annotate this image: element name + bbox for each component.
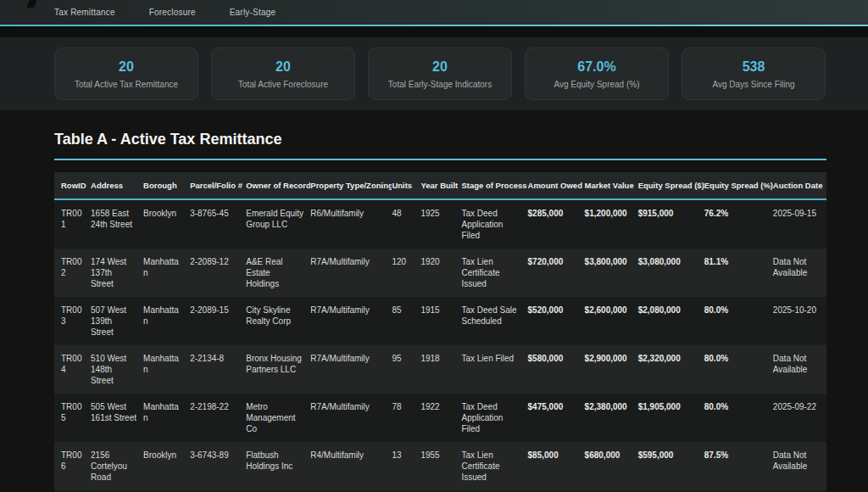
cell-market-value: $680,000 xyxy=(585,442,638,490)
cell-property-type-zoning: R4/Multifamily xyxy=(310,442,392,490)
tab-foreclosure[interactable]: Foreclosure xyxy=(149,8,196,17)
cell-equity-spread: $2,320,000 xyxy=(638,345,704,394)
cell-parcel-folio: 2-2134-8 xyxy=(190,345,246,394)
cell-address: 505 West 161st Street xyxy=(91,394,143,442)
cell-owner-of-record: Bronx Housing Partners LLC xyxy=(246,345,310,394)
cell-borough: Manhattan xyxy=(143,249,190,297)
cell-stage-of-process: Tax Deed Application Filed xyxy=(461,199,527,249)
column-header-parcel-folio: Parcel/Folio # xyxy=(190,172,246,199)
cell-address: 1658 East 24th Street xyxy=(91,199,143,249)
cell-equity-spread: 80.0% xyxy=(704,394,773,442)
cell-amount-owed: $720,000 xyxy=(528,249,585,297)
stat-card-avg-equity-spread: 67.0%Avg Equity Spread (%) xyxy=(525,48,669,100)
cell-borough: Manhattan xyxy=(143,394,190,442)
cell-market-value: $2,600,000 xyxy=(585,297,638,345)
cell-year-built: 1915 xyxy=(420,297,461,345)
cell-units: 78 xyxy=(392,394,420,442)
cell-units: 95 xyxy=(392,345,420,394)
column-header-amount-owed: Amount Owed xyxy=(528,172,585,199)
cell-year-built: 1918 xyxy=(420,345,461,394)
stats-band: 20Total Active Tax Remittance20Total Act… xyxy=(0,37,868,110)
cell-owner-of-record: City Skyline Realty Corp xyxy=(246,297,310,345)
tab-tax-remittance[interactable]: Tax Remittance xyxy=(54,8,115,17)
cell-market-value: $2,900,000 xyxy=(585,345,638,394)
cell-amount-owed: $580,000 xyxy=(528,345,585,394)
cell-rowid: TR001 xyxy=(54,199,91,249)
cell-property-type-zoning: R7A/Multifamily xyxy=(310,394,392,442)
cell-equity-spread: 81.1% xyxy=(704,249,773,297)
cell-year-built: 1955 xyxy=(420,442,461,490)
cell-address: 507 West 139th Street xyxy=(91,297,143,345)
cell-rowid: TR005 xyxy=(54,394,91,442)
cell-parcel-folio: 3-8765-45 xyxy=(190,199,246,249)
cell-equity-spread: 87.5% xyxy=(704,442,773,490)
cell-auction-date: Data Not Available xyxy=(773,249,826,297)
cell-property-type-zoning: R7A/Multifamily xyxy=(310,249,392,297)
cell-stage-of-process: Tax Deed Sale Scheduled xyxy=(461,297,527,345)
cell-owner-of-record: Flatbush Holdings Inc xyxy=(246,442,310,490)
table-section: Table A - Active Tax Remittance RowIDAdd… xyxy=(0,110,868,492)
table-title-underline xyxy=(54,159,826,160)
top-navbar: Tax RemittanceForeclosureEarly-Stage xyxy=(0,0,868,25)
table-row: TR0062156 Cortelyou RoadBrooklyn3-6743-8… xyxy=(54,442,826,490)
cell-equity-spread: $595,000 xyxy=(638,442,704,490)
cell-parcel-folio: 2-2089-15 xyxy=(190,297,246,345)
stat-label: Total Active Foreclosure xyxy=(238,80,328,89)
cell-address: 510 West 148th Street xyxy=(91,345,143,394)
stat-card-total-active-tax-remittance: 20Total Active Tax Remittance xyxy=(54,48,198,100)
cell-rowid: TR002 xyxy=(54,249,91,297)
cell-auction-date: 2025-10-20 xyxy=(773,297,826,345)
column-header-owner-of-record: Owner of Record xyxy=(246,172,310,199)
column-header-equity-spread: Equity Spread (%) xyxy=(704,172,773,199)
stat-label: Total Active Tax Remittance xyxy=(75,80,178,89)
cell-borough: Brooklyn xyxy=(143,442,190,490)
tab-early-stage[interactable]: Early-Stage xyxy=(230,8,275,17)
cell-equity-spread: 76.2% xyxy=(704,199,773,249)
cell-rowid: TR003 xyxy=(54,297,91,345)
cell-borough: Manhattan xyxy=(143,345,190,394)
stat-value: 20 xyxy=(432,59,448,75)
cell-year-built: 1922 xyxy=(420,394,461,442)
table-header-row: RowIDAddressBoroughParcel/Folio #Owner o… xyxy=(54,172,826,199)
cell-owner-of-record: Metro Management Co xyxy=(246,394,310,442)
column-header-address: Address xyxy=(91,172,143,199)
cell-market-value: $3,800,000 xyxy=(585,249,638,297)
cell-equity-spread: 80.0% xyxy=(704,345,773,394)
table-row: TR0011658 East 24th StreetBrooklyn3-8765… xyxy=(54,199,826,249)
cell-property-type-zoning: R7A/Multifamily xyxy=(310,297,392,345)
table-title: Table A - Active Tax Remittance xyxy=(54,110,868,159)
cell-equity-spread: $915,000 xyxy=(638,199,704,249)
cell-owner-of-record: Emerald Equity Group LLC xyxy=(246,199,310,249)
cell-property-type-zoning: R7A/Multifamily xyxy=(310,345,392,394)
stat-label: Avg Days Since Filing xyxy=(712,80,794,89)
table-row: TR002174 West 137th StreetManhattan2-208… xyxy=(54,249,826,297)
cell-equity-spread: $2,080,000 xyxy=(638,297,704,345)
cell-stage-of-process: Tax Deed Application Filed xyxy=(461,394,527,442)
cursor-artifact xyxy=(27,0,37,8)
cell-parcel-folio: 2-2198-22 xyxy=(190,394,246,442)
stat-value: 538 xyxy=(743,59,765,75)
stat-label: Avg Equity Spread (%) xyxy=(554,80,640,89)
cell-equity-spread: $3,080,000 xyxy=(638,249,704,297)
stat-value: 67.0% xyxy=(577,59,615,75)
tax-remittance-table: RowIDAddressBoroughParcel/Folio #Owner o… xyxy=(54,172,826,492)
cell-parcel-folio: 3-6743-89 xyxy=(190,442,246,490)
stat-card-total-active-foreclosure: 20Total Active Foreclosure xyxy=(211,48,355,100)
cell-amount-owed: $85,000 xyxy=(528,442,585,490)
column-header-property-type-zoning: Property Type/Zoning xyxy=(310,172,392,199)
cell-auction-date: Data Not Available xyxy=(773,442,826,490)
cell-year-built: 1925 xyxy=(420,199,461,249)
cell-auction-date: 2025-09-22 xyxy=(773,394,826,442)
cell-market-value: $2,380,000 xyxy=(585,394,638,442)
cell-units: 48 xyxy=(392,199,420,249)
cell-units: 13 xyxy=(392,442,420,490)
cell-auction-date: 2025-09-15 xyxy=(773,199,826,249)
navbar-gap xyxy=(0,26,868,37)
table-row: TR005505 West 161st StreetManhattan2-219… xyxy=(54,394,826,442)
stat-card-avg-days-since-filing: 538Avg Days Since Filing xyxy=(682,48,826,100)
cell-year-built: 1920 xyxy=(420,249,461,297)
cell-rowid: TR004 xyxy=(54,345,91,394)
cell-units: 120 xyxy=(392,249,420,297)
cell-rowid: TR006 xyxy=(54,442,91,490)
stat-label: Total Early-Stage Indicators xyxy=(388,80,492,89)
